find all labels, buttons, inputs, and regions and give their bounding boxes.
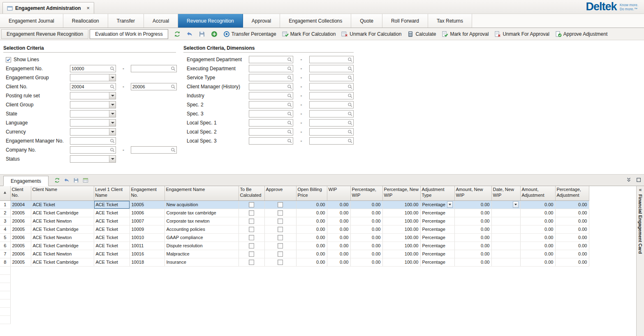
cell-percentage-adjustment[interactable]: 0.00	[555, 250, 589, 258]
search-icon[interactable]	[287, 102, 292, 108]
save-icon[interactable]	[73, 177, 79, 183]
cell-date-new-wip[interactable]	[491, 258, 520, 266]
show-lines-checkbox[interactable]	[6, 57, 11, 62]
cell-percentage-adjustment[interactable]: 0.00	[555, 233, 589, 242]
cell-amount-new-wip[interactable]: 0.00	[454, 233, 491, 242]
search-icon[interactable]	[347, 75, 353, 81]
cell-engagement-name[interactable]: Accounting policies	[164, 225, 239, 233]
cell-approve[interactable]	[264, 217, 296, 225]
cell-amount-new-wip[interactable]: 0.00	[454, 209, 491, 217]
industry-to-input[interactable]	[310, 92, 353, 99]
cell-percentage-wip[interactable]: 0.00	[350, 233, 382, 242]
approve-checkbox[interactable]	[278, 235, 283, 240]
search-icon[interactable]	[347, 120, 353, 126]
dropdown-arrow-icon[interactable]	[109, 129, 116, 135]
cell-open-billing-price[interactable]: 0.00	[296, 233, 327, 242]
cell-client-name[interactable]: ACE Ticket Cambridge	[31, 242, 94, 250]
column-header-adjustment-type[interactable]: Adjustment Type	[420, 186, 454, 200]
cell-client-name[interactable]: ACE Ticket Newton	[31, 217, 94, 225]
cell-to-be-calculated[interactable]	[239, 209, 264, 217]
row-number[interactable]: 5	[0, 233, 10, 242]
spec-3-to-input[interactable]	[310, 110, 353, 117]
to-be-calculated-checkbox[interactable]	[249, 210, 254, 216]
dropdown-arrow-icon[interactable]	[109, 101, 116, 108]
table-row[interactable]: 720006ACE Ticket NewtonACE Ticket10016Ma…	[0, 250, 589, 258]
spec-2-from-input[interactable]	[249, 101, 293, 108]
dropdown-arrow-icon[interactable]	[109, 110, 116, 117]
cell-percentage-wip[interactable]: 0.00	[350, 209, 382, 217]
cell-adjustment-type[interactable]: Percentage	[420, 200, 454, 209]
cell-adjustment-type[interactable]: Percentage	[420, 242, 454, 250]
cell-engagement-name[interactable]: Malpractice	[164, 250, 239, 258]
cell-to-be-calculated[interactable]	[239, 250, 264, 258]
cell-approve[interactable]	[264, 200, 296, 209]
search-icon[interactable]	[287, 75, 292, 81]
undo-button[interactable]	[184, 30, 195, 39]
currency-dropdown[interactable]	[70, 128, 116, 136]
cell-open-billing-price[interactable]: 0.00	[296, 258, 327, 266]
local-spec-1-to-input[interactable]	[310, 120, 353, 126]
cell-percentage-new-wip[interactable]: 100.00	[382, 233, 420, 242]
row-number[interactable]: 4	[0, 225, 10, 233]
main-tab-quote[interactable]: Quote	[351, 14, 382, 28]
cell-adjustment-type[interactable]: Percentage	[420, 250, 454, 258]
local-spec-3-to-input[interactable]	[310, 138, 353, 144]
cell-engagement-name[interactable]: Corporate tax cambridge	[164, 209, 239, 217]
search-icon[interactable]	[287, 138, 292, 144]
state-dropdown[interactable]	[70, 110, 116, 117]
column-header-approve[interactable]: Approve	[264, 186, 296, 200]
column-header-to-be-calculated[interactable]: To Be Calculated	[239, 186, 264, 200]
cell-percentage-adjustment[interactable]: 0.00	[555, 200, 589, 209]
column-header-engagement-no[interactable]: Engagement No.	[130, 186, 164, 200]
cell-percentage-new-wip[interactable]: 100.00	[382, 242, 420, 250]
main-tab-tax-returns[interactable]: Tax Returns	[428, 14, 472, 28]
chevron-double-down-icon[interactable]	[626, 177, 632, 183]
row-number[interactable]: 3	[0, 217, 10, 225]
cell-adjustment-type[interactable]: Percentage	[420, 225, 454, 233]
client-group-dropdown[interactable]	[70, 101, 116, 108]
cell-approve[interactable]	[264, 250, 296, 258]
cell-date-new-wip[interactable]	[491, 209, 520, 217]
cell-percentage-new-wip[interactable]: 100.00	[382, 258, 420, 266]
main-tab-engagement-journal[interactable]: Engagement Journal	[0, 14, 63, 28]
document-tab[interactable]: Engagement Administration ×	[2, 2, 94, 14]
save-button[interactable]	[196, 30, 208, 39]
cell-wip[interactable]: 0.00	[327, 209, 350, 217]
search-icon[interactable]	[347, 66, 353, 71]
cell-percentage-adjustment[interactable]: 0.00	[555, 242, 589, 250]
search-icon[interactable]	[171, 84, 176, 90]
cell-to-be-calculated[interactable]	[239, 242, 264, 250]
cell-amount-adjustment[interactable]: 0.00	[520, 250, 555, 258]
cell-engagement-name[interactable]: New acquisition	[164, 200, 239, 209]
cell-approve[interactable]	[264, 258, 296, 266]
cell-client-name[interactable]: ACE Ticket Newton	[31, 233, 94, 242]
cell-amount-adjustment[interactable]: 0.00	[520, 209, 555, 217]
cell-open-billing-price[interactable]: 0.00	[296, 250, 327, 258]
client-manager-history-from-input[interactable]	[249, 83, 293, 90]
cell-wip[interactable]: 0.00	[327, 258, 350, 266]
to-be-calculated-checkbox[interactable]	[249, 227, 254, 232]
cell-to-be-calculated[interactable]	[239, 258, 264, 266]
cell-wip[interactable]: 0.00	[327, 250, 350, 258]
cell-client-no[interactable]: 20005	[10, 225, 31, 233]
executing-department-to-input[interactable]	[310, 65, 353, 72]
table-row[interactable]: 820005ACE Ticket CambridgeACE Ticket1001…	[0, 258, 589, 266]
cell-open-billing-price[interactable]: 0.00	[296, 217, 327, 225]
column-header-percentage-new-wip[interactable]: Percentage, New WIP	[382, 186, 420, 200]
engagement-department-from-input[interactable]	[249, 56, 293, 63]
cell-percentage-wip[interactable]: 0.00	[350, 250, 382, 258]
cell-percentage-adjustment[interactable]: 0.00	[555, 209, 589, 217]
cell-percentage-wip[interactable]: 0.00	[350, 242, 382, 250]
cell-open-billing-price[interactable]: 0.00	[296, 200, 327, 209]
search-icon[interactable]	[287, 129, 292, 135]
service-type-from-input[interactable]	[249, 74, 293, 81]
cell-level1[interactable]: ACE Ticket	[94, 250, 130, 258]
approve-adjustment-button[interactable]: Approve Adjustment	[553, 30, 610, 39]
financial-engagement-card-panel[interactable]: « Financial Engagement Card	[636, 186, 644, 336]
main-tab-accrual[interactable]: Accrual	[144, 14, 178, 28]
sub-tab-evaluation-of-work-in-progress[interactable]: Evaluation of Work in Progress	[90, 29, 168, 39]
to-be-calculated-checkbox[interactable]	[249, 202, 254, 207]
search-icon[interactable]	[287, 120, 292, 126]
spec-2-to-input[interactable]	[310, 101, 353, 108]
search-icon[interactable]	[110, 84, 115, 90]
